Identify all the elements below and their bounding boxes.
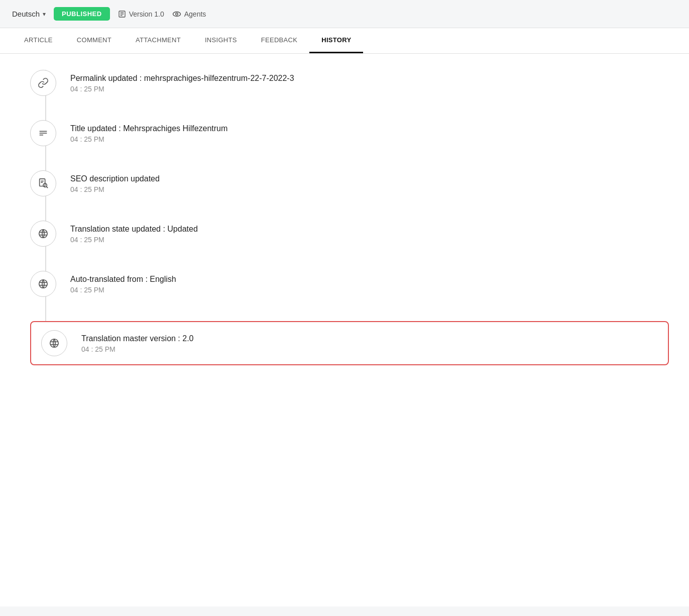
main-content: Permalink updated : mehrsprachiges-hilfe… (0, 54, 689, 606)
permalink-title: Permalink updated : mehrsprachiges-hilfe… (70, 74, 294, 83)
tab-article[interactable]: ARTICLE (12, 28, 65, 53)
globe-icon-1 (38, 228, 49, 239)
globe-icon-2 (38, 278, 49, 289)
translation-state-time: 04 : 25 PM (70, 236, 198, 244)
tab-insights[interactable]: INSIGHTS (193, 28, 249, 53)
published-badge: PUBLISHED (54, 7, 110, 21)
translation-state-title: Translation state updated : Updated (70, 225, 198, 234)
timeline-item-permalink: Permalink updated : mehrsprachiges-hilfe… (30, 70, 669, 96)
globe-icon-container-3 (41, 330, 67, 356)
title-update-content: Title updated : Mehrsprachiges Hilfezent… (70, 120, 227, 143)
tab-comment[interactable]: COMMENT (65, 28, 124, 53)
svg-point-15 (39, 280, 48, 288)
history-timeline: Permalink updated : mehrsprachiges-hilfe… (20, 70, 669, 365)
agents-info: Agents (172, 10, 206, 19)
globe-icon-container-2 (30, 271, 56, 297)
title-update-time: 04 : 25 PM (70, 135, 227, 143)
top-bar: Deutsch ▾ PUBLISHED Version 1.0 Agents (0, 0, 689, 28)
seo-title: SEO description updated (70, 174, 160, 183)
language-selector[interactable]: Deutsch ▾ (12, 10, 46, 18)
version-label: Version 1.0 (129, 10, 164, 18)
chevron-down-icon: ▾ (43, 11, 46, 18)
svg-point-5 (175, 13, 178, 15)
timeline-item-translation-state: Translation state updated : Updated 04 :… (30, 221, 669, 247)
svg-point-16 (50, 339, 59, 348)
timeline-item-seo: SEO description updated 04 : 25 PM (30, 170, 669, 196)
tab-feedback[interactable]: FEEDBACK (249, 28, 309, 53)
title-update-title: Title updated : Mehrsprachiges Hilfezent… (70, 124, 227, 133)
auto-translated-title: Auto-translated from : English (70, 275, 176, 284)
seo-time: 04 : 25 PM (70, 185, 160, 193)
seo-content: SEO description updated 04 : 25 PM (70, 170, 160, 193)
timeline-item-title: Title updated : Mehrsprachiges Hilfezent… (30, 120, 669, 146)
link-icon (38, 77, 49, 88)
language-label: Deutsch (12, 10, 40, 18)
svg-line-11 (46, 186, 48, 188)
link-icon-container (30, 70, 56, 96)
tab-attachment[interactable]: ATTACHMENT (124, 28, 193, 53)
translation-master-title: Translation master version : 2.0 (81, 334, 194, 343)
translation-master-time: 04 : 25 PM (81, 345, 194, 353)
timeline-item-auto-translated: Auto-translated from : English 04 : 25 P… (30, 271, 669, 297)
globe-icon-3 (49, 338, 60, 349)
translation-master-content: Translation master version : 2.0 04 : 25… (81, 330, 194, 353)
svg-point-4 (173, 12, 180, 16)
permalink-time: 04 : 25 PM (70, 85, 294, 93)
agents-label: Agents (184, 10, 206, 18)
lines-icon (38, 128, 49, 139)
lines-icon-container (30, 120, 56, 146)
eye-icon (172, 10, 181, 19)
timeline-item-translation-master: Translation master version : 2.0 04 : 25… (30, 321, 669, 365)
document-search-icon (38, 178, 49, 189)
seo-icon-container (30, 170, 56, 196)
version-icon (118, 10, 126, 18)
permalink-content: Permalink updated : mehrsprachiges-hilfe… (70, 70, 294, 93)
auto-translated-content: Auto-translated from : English 04 : 25 P… (70, 271, 176, 294)
nav-tabs: ARTICLE COMMENT ATTACHMENT INSIGHTS FEED… (0, 28, 689, 54)
globe-icon-container-1 (30, 221, 56, 247)
version-info: Version 1.0 (118, 10, 164, 18)
translation-state-content: Translation state updated : Updated 04 :… (70, 221, 198, 244)
svg-point-14 (39, 230, 48, 238)
tab-history[interactable]: HISTORY (309, 28, 363, 53)
auto-translated-time: 04 : 25 PM (70, 286, 176, 294)
